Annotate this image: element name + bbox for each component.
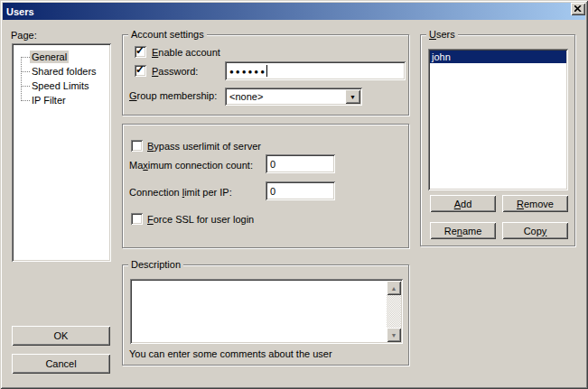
copy-button-label: Copy: [524, 226, 547, 236]
tree-connector: [21, 86, 30, 87]
enable-account-label: Enable account: [152, 47, 220, 59]
users-listbox[interactable]: john: [428, 49, 568, 190]
rename-user-button[interactable]: Rename: [430, 222, 496, 239]
enable-account-checkbox[interactable]: ✓: [135, 46, 146, 58]
limits-group: Bypass userlimit of server Maximum conne…: [122, 124, 409, 248]
tree-item-label[interactable]: Speed Limits: [30, 79, 91, 92]
group-membership-value: <none>: [229, 91, 263, 102]
users-group-label: Users: [426, 29, 458, 41]
connection-limit-per-ip-label: Connection limit per IP:: [129, 187, 232, 199]
force-ssl-label: Force SSL for user login: [147, 214, 254, 226]
description-hint: You can enter some comments about the us…: [129, 348, 332, 360]
password-value: ●●●●●●: [229, 68, 266, 76]
tree-item-general[interactable]: General: [14, 50, 69, 64]
tree-connector: [21, 71, 30, 72]
tree-item-label[interactable]: General: [30, 51, 69, 63]
remove-button-label: Remove: [517, 199, 554, 209]
max-connection-count-input[interactable]: 0: [266, 154, 335, 173]
connection-limit-per-ip-input[interactable]: 0: [266, 181, 335, 200]
add-user-button[interactable]: Add: [430, 195, 496, 212]
tree-item-ip-filter[interactable]: IP Filter: [14, 93, 68, 107]
cancel-button-label: Cancel: [45, 358, 76, 369]
copy-user-button[interactable]: Copy: [502, 222, 568, 239]
list-item[interactable]: john: [430, 51, 566, 63]
check-icon: ✓: [135, 44, 145, 57]
dropdown-button[interactable]: ▼: [345, 89, 360, 104]
description-group-label: Description: [128, 259, 183, 271]
scroll-down-button[interactable]: ▼: [387, 328, 401, 342]
account-settings-group-label: Account settings: [128, 29, 207, 41]
scroll-up-button[interactable]: ▲: [387, 281, 401, 295]
tree-item-shared-folders[interactable]: Shared folders: [14, 64, 98, 79]
tree-item-speed-limits[interactable]: Speed Limits: [14, 79, 91, 93]
title-bar[interactable]: Users: [3, 3, 585, 20]
max-connection-count-label: Maximum connection count:: [129, 160, 253, 171]
connection-limit-per-ip-value: 0: [270, 186, 275, 197]
users-listbox-inner: john: [430, 51, 566, 189]
force-ssl-checkbox[interactable]: [131, 213, 143, 225]
cancel-button[interactable]: Cancel: [12, 354, 110, 374]
bypass-userlimit-checkbox[interactable]: [131, 140, 143, 152]
check-icon: ✓: [135, 63, 145, 76]
ok-button-label: OK: [54, 330, 69, 341]
password-label: Password:: [152, 66, 198, 78]
arrow-up-icon: ▲: [391, 285, 397, 292]
group-membership-label: Group membership:: [129, 90, 217, 102]
description-textarea[interactable]: ▲ ▼: [130, 279, 403, 344]
rename-button-label: Rename: [444, 226, 482, 236]
tree-connector: [21, 100, 30, 101]
user-name: john: [432, 51, 451, 62]
description-group: Description ▲ ▼ You can enter some comme…: [122, 264, 409, 366]
bypass-userlimit-label: Bypass userlimit of server: [147, 141, 261, 153]
ok-button[interactable]: OK: [12, 326, 110, 346]
group-membership-select[interactable]: <none> ▼: [225, 88, 362, 106]
account-settings-group: Account settings ✓ Enable account ✓ Pass…: [122, 34, 409, 116]
password-checkbox[interactable]: ✓: [135, 65, 146, 77]
vertical-scrollbar[interactable]: ▲ ▼: [387, 281, 401, 342]
remove-user-button[interactable]: Remove: [502, 195, 568, 212]
page-tree-inner: General Shared folders Speed Limits IP F…: [14, 45, 109, 260]
page-label: Page:: [11, 30, 37, 42]
tree-item-label[interactable]: IP Filter: [30, 94, 68, 107]
tree-item-label[interactable]: Shared folders: [30, 65, 98, 78]
add-button-label: Add: [454, 199, 472, 209]
close-icon: [574, 5, 582, 12]
users-dialog: Users Page: General Shared folders Speed…: [0, 0, 588, 389]
tree-connector: [21, 57, 30, 58]
max-connection-count-value: 0: [270, 159, 275, 170]
page-tree: General Shared folders Speed Limits IP F…: [12, 43, 111, 262]
arrow-down-icon: ▼: [391, 332, 397, 338]
window-title: Users: [3, 6, 34, 17]
close-button[interactable]: [571, 3, 585, 15]
users-group: Users john Add Remove Rename Copy: [420, 34, 575, 246]
text-caret: [266, 65, 267, 77]
chevron-down-icon: ▼: [350, 94, 356, 100]
password-input[interactable]: ●●●●●●: [225, 61, 406, 80]
